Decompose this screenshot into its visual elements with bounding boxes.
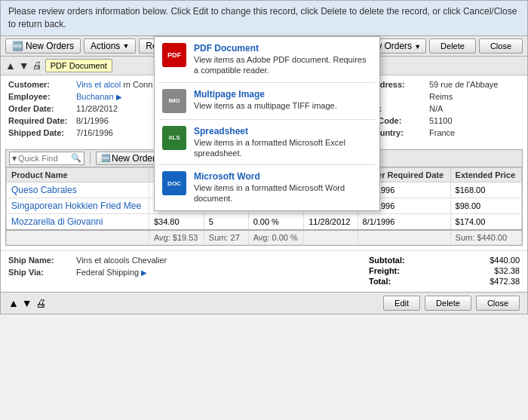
col-product: Product Name <box>7 167 149 182</box>
employee-arrow-icon[interactable]: ▶ <box>116 93 122 101</box>
postal-row: al Code: 51100 <box>369 116 520 125</box>
new-detail-icon: 🆕 <box>101 154 110 162</box>
bottom-right: Subtotal: $440.00 Freight: $32.38 Total:… <box>369 256 520 287</box>
sum-qty-val: Sum: 27 <box>204 230 248 245</box>
info-bar: Please review orders information below. … <box>1 1 527 36</box>
search-icon[interactable]: 🔍 <box>71 153 81 163</box>
shipped-date-value: 7/16/1996 <box>76 128 113 137</box>
delete-button[interactable]: Delete <box>425 296 471 311</box>
footer-down-icon[interactable]: ▼ <box>22 297 32 309</box>
toolbar-delete-button[interactable]: Delete <box>429 38 476 54</box>
multipage-title: Multipage Image <box>194 89 337 100</box>
spreadsheet-icon: XLS <box>162 126 186 150</box>
spreadsheet-text: Spreadsheet View items in a formatted Mi… <box>194 126 372 159</box>
ship-name-label: Ship Name: <box>8 256 76 265</box>
footer-up-icon[interactable]: ▲ <box>8 297 19 309</box>
sum-avg-price-val: Avg: $19.53 <box>149 230 204 245</box>
actions-button[interactable]: Actions ▼ <box>84 38 136 54</box>
dropdown-item-spreadsheet[interactable]: XLS Spreadsheet View items in a formatte… <box>155 120 379 165</box>
sum-avg-price <box>7 230 149 245</box>
multipage-text: Multipage Image View items as a multipag… <box>194 89 337 111</box>
word-title: Microsoft Word <box>194 171 372 182</box>
close-button[interactable]: Close <box>476 296 520 311</box>
sum-avg-discount: Avg: 0.00 % <box>248 230 304 245</box>
subtotal-label: Subtotal: <box>369 256 405 265</box>
dropdown-item-pdf[interactable]: PDF PDF Document View items as Adobe PDF… <box>155 37 379 82</box>
view-chevron-icon: ▼ <box>414 43 421 51</box>
footer-nav-left: ▲ ▼ 🖨 <box>8 297 46 309</box>
subtotal-row: Subtotal: $440.00 <box>369 256 520 265</box>
order-date-value: 11/28/2012 <box>76 104 118 113</box>
down-nav-icon[interactable]: ▼ <box>19 60 29 72</box>
bottom-section: Ship Name: Vins et alcools Chevalier Shi… <box>1 250 527 292</box>
actions-chevron-icon: ▼ <box>122 42 129 50</box>
dropdown-item-word[interactable]: DOC Microsoft Word View items in a forma… <box>155 165 379 210</box>
region-row: on: N/A <box>369 104 520 113</box>
spreadsheet-desc: View items in a formatted Microsoft Exce… <box>194 137 372 159</box>
cell-extended-price: $168.00 <box>450 182 521 198</box>
cell-unit-price: $34.80 <box>149 213 204 230</box>
address-value: 59 rue de l'Abbaye <box>429 80 498 89</box>
quickfind-dropdown-icon[interactable]: ▾ <box>12 153 17 164</box>
cell-product: Singaporean Hokkien Fried Mee <box>7 198 149 213</box>
col-extended-price: Extended Price <box>450 167 521 182</box>
toolbar-close-button[interactable]: Close <box>479 38 523 54</box>
shipped-date-label: Shipped Date: <box>8 128 76 137</box>
new-orders-button[interactable]: 🆕 New Orders <box>5 38 81 54</box>
order-date-label: Order Date: <box>8 104 76 113</box>
cell-product: Queso Cabrales <box>7 182 149 198</box>
multipage-icon: IMG <box>162 89 186 113</box>
ship-name-row: Ship Name: Vins et alcools Chevalier <box>8 256 354 265</box>
total-value: $472.38 <box>490 277 520 286</box>
sum-row: Avg: $19.53 Sum: 27 Avg: 0.00 % Sum: $44… <box>7 230 522 245</box>
sum-empty2 <box>358 230 450 245</box>
ship-via-row: Ship Via: Federal Shipping ▶ <box>8 268 354 277</box>
region-value: N/A <box>429 104 443 113</box>
print-nav-icon[interactable]: 🖨 <box>32 60 42 71</box>
freight-row: Freight: $32.38 <box>369 266 520 275</box>
product-link[interactable]: Queso Cabrales <box>11 185 77 195</box>
word-text: Microsoft Word View items in a formatted… <box>194 171 372 204</box>
cell-extended-price: $98.00 <box>450 198 521 213</box>
pdf-tooltip: PDF Document <box>45 59 112 72</box>
postal-value: 51100 <box>429 116 453 125</box>
word-desc: View items in a formatted Microsoft Word… <box>194 182 372 204</box>
ship-via-label: Ship Via: <box>8 268 76 277</box>
spreadsheet-title: Spreadsheet <box>194 126 372 136</box>
pdf-text: PDF Document View items as Adobe PDF doc… <box>194 43 372 76</box>
subtotal-value: $440.00 <box>490 256 520 265</box>
up-nav-icon[interactable]: ▲ <box>5 60 16 72</box>
ship-via-arrow-icon[interactable]: ▶ <box>141 268 147 277</box>
product-link[interactable]: Singaporean Hokkien Fried Mee <box>11 201 141 211</box>
ship-via-value: Federal Shipping <box>76 268 139 277</box>
quickfind-container: ▾ 🔍 <box>9 152 84 165</box>
table-row: Mozzarella di Giovanni $34.80 5 0.00 % 1… <box>7 213 522 230</box>
customer-value[interactable]: Vins et alcol <box>76 80 121 89</box>
footer-print-icon[interactable]: 🖨 <box>35 297 46 309</box>
cell-discount: 0.00 % <box>248 213 304 230</box>
bottom-left: Ship Name: Vins et alcools Chevalier Shi… <box>8 256 354 287</box>
freight-value: $32.38 <box>494 266 520 275</box>
report-dropdown: PDF PDF Document View items as Adobe PDF… <box>154 36 380 211</box>
dropdown-item-multipage[interactable]: IMG Multipage Image View items as a mult… <box>155 83 379 119</box>
address-row: Address: 59 rue de l'Abbaye <box>369 80 520 89</box>
cell-quantity: 5 <box>204 213 248 230</box>
required-date-value: 8/1/1996 <box>76 116 109 125</box>
cell-order-date: 11/28/2012 <box>304 213 358 230</box>
pdf-desc: View items as Adobe PDF document. Requir… <box>194 54 372 76</box>
total-label: Total: <box>369 277 391 286</box>
edit-button[interactable]: Edit <box>383 296 420 311</box>
right-panel: Address: 59 rue de l'Abbaye Reims on: N/… <box>361 75 527 145</box>
word-icon: DOC <box>162 171 186 195</box>
cell-required-date: 8/1/1996 <box>358 213 450 230</box>
product-link[interactable]: Mozzarella di Giovanni <box>11 216 103 227</box>
country-row: Country: France <box>369 128 520 137</box>
footer-toolbar: ▲ ▼ 🖨 Edit Delete Close <box>1 292 527 314</box>
pdf-title: PDF Document <box>194 43 372 54</box>
employee-label: Employee: <box>8 92 76 101</box>
city-row: Reims <box>369 92 520 101</box>
employee-value[interactable]: Buchanan <box>76 92 114 101</box>
customer-label: Customer: <box>8 80 76 89</box>
quickfind-input[interactable] <box>18 154 71 163</box>
required-date-label: Required Date: <box>8 116 76 125</box>
